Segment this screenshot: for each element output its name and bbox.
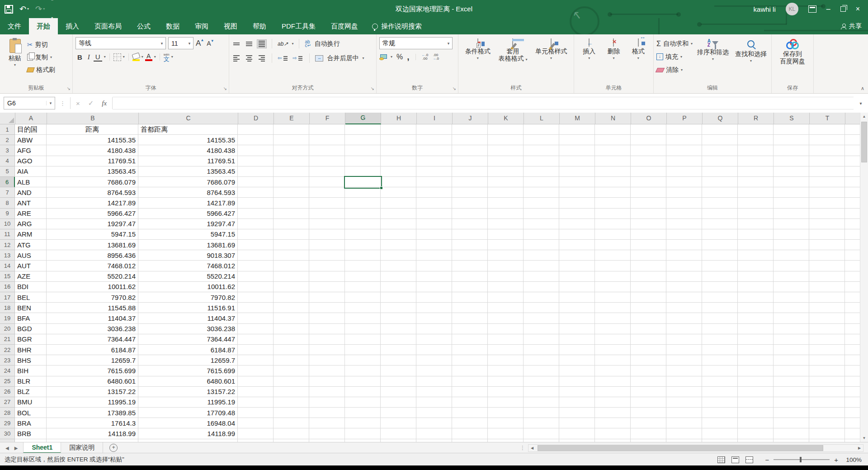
cell-D18[interactable]	[238, 303, 274, 313]
cell-L6[interactable]	[524, 177, 559, 187]
cell-O11[interactable]	[631, 229, 666, 240]
cell-I10[interactable]	[416, 219, 452, 229]
row-header-17[interactable]: 17	[0, 292, 15, 303]
cell-A26[interactable]: BLZ	[15, 387, 47, 397]
decrease-decimal-icon[interactable]: .00→.0	[432, 53, 439, 61]
cell-A1[interactable]: 目的国	[15, 124, 47, 135]
ribbon-tab-4[interactable]: 公式	[129, 18, 158, 34]
cell-R11[interactable]	[738, 229, 774, 240]
cell-K10[interactable]	[488, 219, 524, 229]
cell-G24[interactable]	[345, 366, 381, 376]
cell-K15[interactable]	[488, 271, 524, 282]
cell-O26[interactable]	[631, 387, 666, 397]
cell-A6[interactable]: ALB	[15, 177, 47, 187]
cell-B4[interactable]: 11769.51	[47, 156, 138, 166]
expand-formula-bar-icon[interactable]: ▾	[856, 101, 865, 106]
cell-A10[interactable]: ARG	[15, 219, 47, 229]
cell-Q19[interactable]	[702, 313, 738, 323]
cell-K1[interactable]	[488, 124, 524, 135]
find-select-button[interactable]: 查找和选择 ▾	[733, 37, 769, 76]
cell-O4[interactable]	[631, 156, 666, 166]
tabbar-splitter[interactable]: ⋮	[520, 445, 525, 451]
cell-P17[interactable]	[666, 292, 702, 303]
cell-filler-4[interactable]	[845, 156, 860, 166]
cell-S22[interactable]	[774, 345, 809, 355]
cell-O27[interactable]	[631, 397, 666, 408]
cell-A5[interactable]: AIA	[15, 166, 47, 177]
cell-filler-14[interactable]	[845, 261, 860, 271]
cell-H4[interactable]	[381, 156, 416, 166]
cell-R23[interactable]	[738, 355, 774, 366]
cell-P12[interactable]	[666, 240, 702, 250]
cell-M8[interactable]	[559, 198, 595, 208]
cell-B10[interactable]: 19297.47	[47, 219, 138, 229]
cell-T11[interactable]	[809, 229, 845, 240]
cell-O20[interactable]	[631, 324, 666, 334]
cell-E7[interactable]	[274, 187, 309, 198]
sheet-tab-Sheet1[interactable]: Sheet1	[23, 442, 61, 453]
cell-K11[interactable]	[488, 229, 524, 240]
cell-M30[interactable]	[559, 428, 595, 439]
cell-A11[interactable]: ARM	[15, 229, 47, 240]
cell-Q17[interactable]	[702, 292, 738, 303]
cell-C24[interactable]: 7615.699	[138, 366, 238, 376]
cell-Q21[interactable]	[702, 334, 738, 345]
cell-F7[interactable]	[309, 187, 345, 198]
cell-filler-28[interactable]	[845, 408, 860, 418]
cell-M12[interactable]	[559, 240, 595, 250]
ribbon-tab-1[interactable]: 开始	[29, 18, 58, 34]
cell-F5[interactable]	[309, 166, 345, 177]
cell-D10[interactable]	[238, 219, 274, 229]
cell-N2[interactable]	[595, 135, 631, 145]
cell-filler-24[interactable]	[845, 366, 860, 376]
restore-button[interactable]	[840, 6, 846, 12]
format-as-table-button[interactable]: 套用表格格式 ▾	[499, 37, 528, 62]
cell-C29[interactable]: 16948.04	[138, 418, 238, 428]
cell-S16[interactable]	[774, 282, 809, 292]
cell-E23[interactable]	[274, 355, 309, 366]
cell-C17[interactable]: 7970.82	[138, 292, 238, 303]
cell-N25[interactable]	[595, 376, 631, 387]
cell-P6[interactable]	[666, 177, 702, 187]
cell-F26[interactable]	[309, 387, 345, 397]
cell-I13[interactable]	[416, 250, 452, 261]
cell-J14[interactable]	[452, 261, 488, 271]
cell-D12[interactable]	[238, 240, 274, 250]
cell-J6[interactable]	[452, 177, 488, 187]
cell-A2[interactable]: ABW	[15, 135, 47, 145]
cell-S27[interactable]	[774, 397, 809, 408]
cell-T10[interactable]	[809, 219, 845, 229]
row-header-26[interactable]: 26	[0, 387, 15, 397]
align-left-icon[interactable]	[232, 54, 241, 62]
cell-E15[interactable]	[274, 271, 309, 282]
cell-M28[interactable]	[559, 408, 595, 418]
new-sheet-button[interactable]: +	[109, 444, 118, 452]
cell-Q1[interactable]	[702, 124, 738, 135]
cell-M6[interactable]	[559, 177, 595, 187]
row-header-29[interactable]: 29	[0, 418, 15, 428]
cell-O13[interactable]	[631, 250, 666, 261]
cell-T15[interactable]	[809, 271, 845, 282]
cell-K22[interactable]	[488, 345, 524, 355]
cell-N28[interactable]	[595, 408, 631, 418]
cell-I25[interactable]	[416, 376, 452, 387]
ribbon-tab-8[interactable]: 帮助	[245, 18, 274, 34]
cell-R17[interactable]	[738, 292, 774, 303]
cell-O6[interactable]	[631, 177, 666, 187]
cell-L20[interactable]	[524, 324, 559, 334]
ribbon-tab-2[interactable]: 插入	[58, 18, 87, 34]
cell-A4[interactable]: AGO	[15, 156, 47, 166]
cell-R9[interactable]	[738, 209, 774, 219]
cell-I17[interactable]	[416, 292, 452, 303]
cell-L27[interactable]	[524, 397, 559, 408]
cell-K25[interactable]	[488, 376, 524, 387]
cell-G23[interactable]	[345, 355, 381, 366]
cell-Q5[interactable]	[702, 166, 738, 177]
cell-J30[interactable]	[452, 428, 488, 439]
cell-B11[interactable]: 5947.15	[47, 229, 138, 240]
cell-L23[interactable]	[524, 355, 559, 366]
cell-P24[interactable]	[666, 366, 702, 376]
cell-K23[interactable]	[488, 355, 524, 366]
cell-G14[interactable]	[345, 261, 381, 271]
cell-N23[interactable]	[595, 355, 631, 366]
